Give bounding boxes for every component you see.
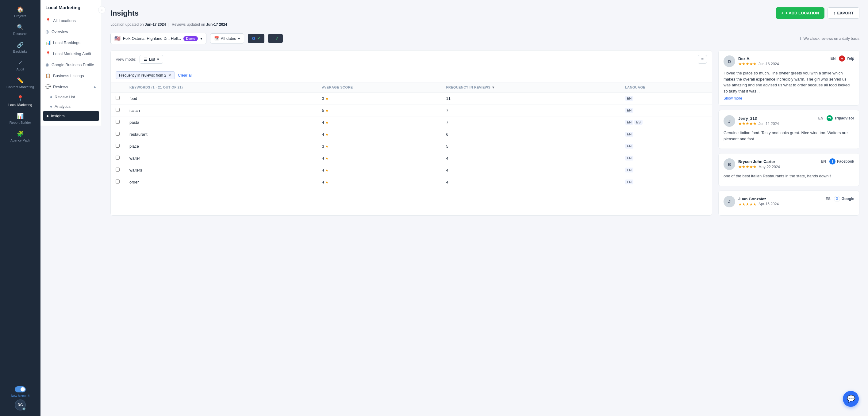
nav-all-locations[interactable]: 📍 All Locations xyxy=(40,15,101,26)
sidebar-item-local-marketing[interactable]: 📍 Local Marketing xyxy=(0,92,40,110)
nav-analytics[interactable]: Analytics xyxy=(40,102,101,111)
header-actions: + + ADD LOCATION ↑ EXPORT xyxy=(776,7,860,19)
frequency-cell: 4 xyxy=(441,176,620,188)
reviews-icon: 💬 xyxy=(45,84,51,89)
avg-score-cell: 4 ★ xyxy=(317,116,441,128)
review-platform: EN f Facebook xyxy=(821,159,854,165)
second-panel: Local Marketing 📍 All Locations ◎ Overvi… xyxy=(40,0,102,126)
sidebar: 🏠 Projects 🔍 Research 🔗 Backlinks ✓ Audi… xyxy=(0,0,40,416)
facebook-platform-button[interactable]: f ✓ xyxy=(268,34,283,43)
nav-local-rankings[interactable]: 📊 Local Rankings xyxy=(40,37,101,48)
row-checkbox[interactable] xyxy=(116,144,120,148)
review-date: May-22 2024 xyxy=(758,165,780,169)
row-checkbox[interactable] xyxy=(116,155,120,160)
row-checkbox[interactable] xyxy=(116,132,120,136)
review-date: Apr-15 2024 xyxy=(758,202,779,206)
info-icon: ℹ xyxy=(800,36,801,41)
clear-all-button[interactable]: Clear all xyxy=(178,73,193,77)
review-stars: ★★★★★ xyxy=(738,202,757,206)
add-location-button[interactable]: + + ADD LOCATION xyxy=(776,7,825,19)
review-stars: ★★★★★ xyxy=(738,165,757,169)
new-menu-toggle[interactable] xyxy=(15,386,26,392)
language-cell: EN xyxy=(620,164,712,176)
location-selector[interactable]: 🇺🇸 Folk Osteria, Highland Dr., Holl... D… xyxy=(111,33,207,44)
keyword-cell: place xyxy=(125,140,317,152)
review-stars: ★★★★★ xyxy=(738,62,757,66)
row-checkbox[interactable] xyxy=(116,96,120,100)
review-meta: ★★★★★ May-22 2024 xyxy=(738,165,780,169)
nav-reviews[interactable]: 💬 Reviews ▲ xyxy=(40,81,101,92)
reviewer-info: B Brycen John Carter ★★★★★ May-22 2024 xyxy=(723,159,780,170)
export-button[interactable]: ↑ EXPORT xyxy=(828,7,860,19)
platform-name: Facebook xyxy=(837,159,854,164)
language-cell: EN xyxy=(620,152,712,164)
avg-score-cell: 4 ★ xyxy=(317,152,441,164)
filter-button[interactable]: ≡ xyxy=(698,55,707,64)
chat-button[interactable]: 💬 xyxy=(843,391,859,407)
review-language: ES xyxy=(826,197,831,201)
review-stars: ★★★★★ xyxy=(738,121,757,126)
sort-icon: ▼ xyxy=(492,85,495,89)
remove-filter-button[interactable]: ✕ xyxy=(168,73,172,77)
show-more-button[interactable]: Show more xyxy=(723,96,742,101)
reviewer-name: Brycen John Carter xyxy=(738,159,780,164)
review-header: J Jerry_213 ★★★★★ Jun-11 2024 EN TA Trip… xyxy=(723,115,854,127)
nav-overview[interactable]: ◎ Overview xyxy=(40,26,101,37)
review-meta: ★★★★★ Apr-15 2024 xyxy=(738,202,779,206)
audit-icon: ✓ xyxy=(18,60,23,66)
sidebar-item-projects[interactable]: 🏠 Projects xyxy=(0,3,40,21)
keyword-header: KEYWORDS (1 - 21 OUT OF 21) xyxy=(125,82,317,93)
row-checkbox[interactable] xyxy=(116,108,120,112)
keyword-cell: restaurant xyxy=(125,128,317,140)
keywords-table: KEYWORDS (1 - 21 OUT OF 21) AVERAGE SCOR… xyxy=(111,82,712,188)
review-body: Genuine Italian food. Tasty and looks gr… xyxy=(723,130,854,142)
google-platform-button[interactable]: G ✓ xyxy=(248,34,265,43)
reviews-panel: D Dex A. ★★★★★ Jun-16 2024 EN y Yelp I l… xyxy=(718,50,860,216)
yelp-icon: y xyxy=(839,56,845,62)
view-mode-label: View mode: xyxy=(116,57,136,62)
tripadvisor-icon: TA xyxy=(827,115,833,121)
avg-score-cell: 4 ★ xyxy=(317,176,441,188)
google-icon: G xyxy=(834,196,840,202)
avatar: B xyxy=(723,159,735,170)
table-row: restaurant4 ★6EN xyxy=(111,128,712,140)
frequency-header[interactable]: FREQUENCY IN REVIEWS ▼ xyxy=(441,82,620,93)
review-card: J Jerry_213 ★★★★★ Jun-11 2024 EN TA Trip… xyxy=(718,110,860,149)
nav-google-business-profile[interactable]: ◉ Google Business Profile xyxy=(40,59,101,70)
nav-business-listings[interactable]: 📋 Business Listings xyxy=(40,70,101,81)
row-checkbox[interactable] xyxy=(116,120,120,124)
view-mode-select[interactable]: ☰ List ▾ xyxy=(140,55,163,64)
google-g-icon: G xyxy=(252,36,255,41)
review-card: J Juan Gonzalez ★★★★★ Apr-15 2024 ES G G… xyxy=(718,190,860,216)
sidebar-item-audit[interactable]: ✓ Audit xyxy=(0,56,40,74)
table-row: order4 ★4EN xyxy=(111,176,712,188)
local-rankings-icon: 📊 xyxy=(45,40,51,45)
review-date: Jun-11 2024 xyxy=(758,122,779,126)
review-date: Jun-16 2024 xyxy=(758,62,779,66)
review-language: EN xyxy=(831,56,836,61)
nav-review-list[interactable]: Review List xyxy=(40,92,101,102)
panel-collapse-button[interactable]: ‹ xyxy=(98,6,105,13)
frequency-cell: 11 xyxy=(441,93,620,104)
date-filter[interactable]: 📅 All dates ▾ xyxy=(210,33,244,43)
facebook-f-icon: f xyxy=(272,36,274,41)
table-row: food3 ★11EN xyxy=(111,93,712,104)
sidebar-item-content-marketing[interactable]: ✏️ Content Marketing xyxy=(0,74,40,92)
sidebar-item-agency-pack[interactable]: 🧩 Agency Pack xyxy=(0,128,40,145)
row-checkbox[interactable] xyxy=(116,168,120,172)
row-checkbox[interactable] xyxy=(116,179,120,183)
nav-insights[interactable]: Insights xyxy=(43,111,99,121)
keyword-cell: pasta xyxy=(125,116,317,128)
checkbox-header xyxy=(111,82,125,93)
table-row: waiters4 ★4EN xyxy=(111,164,712,176)
frequency-filter-chip: Frequency in reviews: from 2 ✕ xyxy=(116,71,175,79)
frequency-cell: 5 xyxy=(441,140,620,152)
sidebar-item-backlinks[interactable]: 🔗 Backlinks xyxy=(0,39,40,56)
avatar[interactable]: DC ⚙️ xyxy=(15,400,26,411)
plus-icon: + xyxy=(781,11,784,15)
sidebar-item-research[interactable]: 🔍 Research xyxy=(0,21,40,39)
avg-score-cell: 3 ★ xyxy=(317,93,441,104)
sidebar-item-report-builder[interactable]: 📊 Report Builder xyxy=(0,110,40,128)
nav-local-marketing-audit[interactable]: 📍 Local Marketing Audit xyxy=(40,48,101,59)
review-header: D Dex A. ★★★★★ Jun-16 2024 EN y Yelp xyxy=(723,56,854,67)
